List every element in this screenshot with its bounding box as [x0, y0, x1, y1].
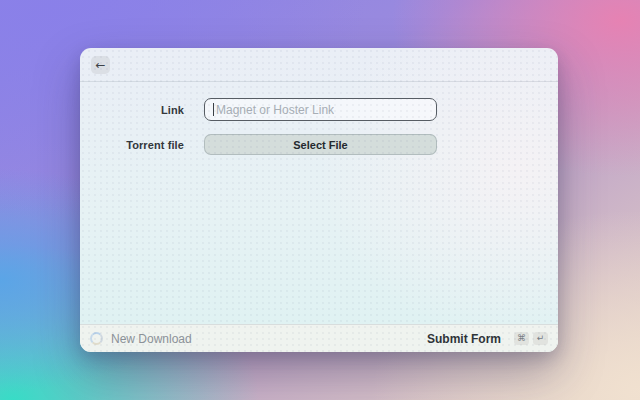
new-download-window: ← Link Magnet or Hoster Link Torrent fil… — [80, 48, 558, 352]
command-key-icon: ⌘ — [514, 332, 529, 345]
select-file-button-label: Select File — [293, 139, 347, 151]
submit-form-button[interactable]: Submit Form — [427, 332, 501, 346]
torrent-form-row: Torrent file Select File — [80, 134, 558, 155]
window-footer: New Download Submit Form ⌘ ↵ — [80, 324, 558, 352]
link-input-placeholder: Magnet or Hoster Link — [216, 103, 334, 117]
magnet-link-input[interactable]: Magnet or Hoster Link — [204, 98, 437, 121]
link-form-row: Link Magnet or Hoster Link — [80, 98, 558, 121]
select-file-button[interactable]: Select File — [204, 134, 437, 155]
torrent-file-label: Torrent file — [80, 139, 184, 151]
window-titlebar: ← — [80, 48, 558, 82]
link-label: Link — [80, 104, 184, 116]
desktop-background: ← Link Magnet or Hoster Link Torrent fil… — [0, 0, 640, 400]
return-key-icon: ↵ — [533, 332, 548, 345]
text-cursor — [213, 103, 214, 116]
back-arrow-icon: ← — [95, 59, 105, 71]
back-button[interactable]: ← — [91, 56, 110, 74]
footer-title: New Download — [111, 332, 192, 346]
form-content: Link Magnet or Hoster Link Torrent file … — [80, 82, 558, 324]
progress-ring-icon — [90, 332, 103, 345]
